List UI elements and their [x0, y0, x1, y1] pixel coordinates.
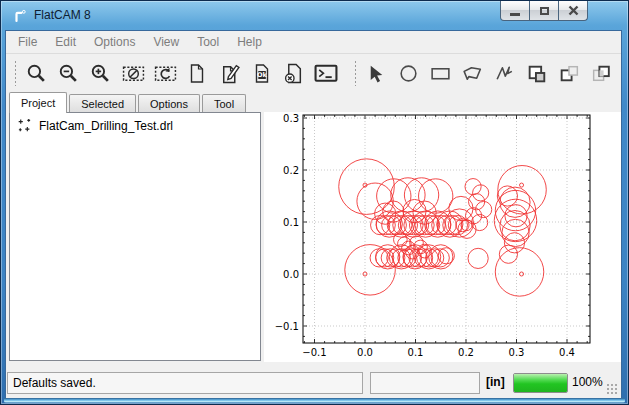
plot-canvas[interactable]: −0.10.00.10.20.30.4−0.10.00.10.20.3	[264, 112, 621, 362]
minimize-icon	[510, 5, 520, 16]
zoom-fit-icon	[26, 63, 47, 84]
svg-text:0.2: 0.2	[458, 347, 474, 358]
zoom-in-icon	[90, 63, 111, 84]
status-bar: Defaults saved. [in] 100%	[6, 369, 621, 398]
menu-item-edit[interactable]: Edit	[46, 31, 85, 54]
svg-text:0.3: 0.3	[283, 113, 299, 124]
toolbar-button-replot[interactable]	[153, 59, 178, 87]
menu-item-help[interactable]: Help	[228, 31, 271, 54]
svg-text:0.3: 0.3	[509, 347, 525, 358]
svg-text:0.2: 0.2	[283, 165, 299, 176]
close-button[interactable]	[558, 1, 588, 21]
toolbar-button-edit-object[interactable]	[217, 59, 242, 87]
status-aux-field	[370, 372, 480, 394]
units-indicator: [in]	[486, 375, 505, 389]
window-frame-bottom	[4, 398, 625, 403]
toolbar-button-zoom-out[interactable]	[56, 59, 81, 87]
toolbar-button-shell[interactable]	[314, 59, 339, 87]
menu-item-file[interactable]: File	[9, 31, 46, 54]
clear-plot-icon	[122, 63, 145, 84]
toolbar-button-delete-object[interactable]	[281, 59, 306, 87]
minimize-button[interactable]	[500, 1, 530, 21]
tab-tool[interactable]: Tool	[202, 94, 246, 114]
toolbar-button-new-project[interactable]	[185, 59, 210, 87]
toolbar-drag-handle	[14, 60, 18, 86]
toolbar-drag-handle	[354, 60, 358, 86]
svg-text:0.0: 0.0	[357, 347, 373, 358]
toolbar-button-draw-rectangle[interactable]	[428, 59, 453, 87]
toolbar-button-select-arrow[interactable]	[364, 59, 389, 87]
resize-grip-icon[interactable]	[606, 383, 618, 395]
toolbar: Ok	[6, 55, 621, 91]
tab-selected[interactable]: Selected	[69, 94, 136, 114]
status-message: Defaults saved.	[7, 372, 363, 394]
svg-text:0.1: 0.1	[408, 347, 424, 358]
toolbar-button-clear-plot[interactable]	[120, 59, 145, 87]
ok-object-icon: Ok	[252, 63, 272, 84]
drill-plot-svg: −0.10.00.10.20.30.4−0.10.00.10.20.3	[264, 112, 621, 362]
toolbar-button-draw-circle[interactable]	[396, 59, 421, 87]
shape-subtract-icon	[558, 63, 581, 84]
title-bar[interactable]: FlatCAM 8	[1, 1, 628, 30]
svg-text:Ok: Ok	[257, 71, 268, 79]
toolbar-button-zoom-in[interactable]	[88, 59, 113, 87]
shape-intersect-icon	[590, 63, 613, 84]
svg-text:0.1: 0.1	[283, 217, 299, 228]
menu-bar: FileEditOptionsViewToolHelp	[6, 31, 621, 54]
drill-marks-icon	[17, 118, 32, 133]
progress-bar-fill	[514, 374, 567, 392]
tree-item-label: FlatCam_Drilling_Test.drl	[39, 119, 173, 133]
draw-circle-icon	[398, 63, 419, 84]
tab-project[interactable]: Project	[9, 92, 67, 113]
edit-object-icon	[219, 63, 240, 84]
svg-text:0.0: 0.0	[283, 269, 299, 280]
replot-icon	[154, 63, 177, 84]
tab-options[interactable]: Options	[138, 94, 200, 114]
svg-text:0.4: 0.4	[559, 347, 575, 358]
svg-text:−0.1: −0.1	[302, 347, 326, 358]
toolbar-button-shape-union[interactable]	[525, 59, 550, 87]
new-project-icon	[187, 63, 207, 84]
project-tree-panel[interactable]: FlatCam_Drilling_Test.drl	[9, 112, 261, 361]
toolbar-button-shape-intersect[interactable]	[589, 59, 614, 87]
window-title: FlatCAM 8	[34, 1, 91, 29]
select-arrow-icon	[366, 63, 387, 84]
menu-item-view[interactable]: View	[144, 31, 188, 54]
window-controls	[501, 1, 588, 21]
toolbar-button-draw-polygon[interactable]	[460, 59, 485, 87]
shape-union-icon	[526, 63, 549, 84]
tab-bar: ProjectSelectedOptionsTool	[9, 92, 248, 113]
client-area: FileEditOptionsViewToolHelp Ok ProjectSe…	[5, 30, 622, 398]
progress-percent: 100%	[572, 375, 603, 389]
toolbar-button-draw-polyline[interactable]	[492, 59, 517, 87]
draw-polyline-icon	[494, 63, 515, 84]
flatcam-logo-icon	[12, 8, 28, 24]
shell-icon	[314, 63, 338, 84]
toolbar-button-shape-subtract[interactable]	[557, 59, 582, 87]
toolbar-button-ok-object[interactable]: Ok	[249, 59, 274, 87]
draw-rectangle-icon	[429, 63, 452, 84]
toolbar-button-zoom-fit[interactable]	[24, 59, 49, 87]
draw-polygon-icon	[461, 63, 484, 84]
maximize-icon	[540, 7, 549, 15]
close-icon	[568, 2, 579, 20]
flatcam-window: FlatCAM 8 FileEditOptionsViewToolHelp Ok…	[0, 0, 629, 405]
tree-item[interactable]: FlatCam_Drilling_Test.drl	[10, 113, 260, 135]
menu-item-options[interactable]: Options	[85, 31, 144, 54]
menu-item-tool[interactable]: Tool	[188, 31, 228, 54]
maximize-button[interactable]	[529, 1, 559, 21]
svg-text:−0.1: −0.1	[275, 321, 299, 332]
progress-bar	[513, 373, 568, 393]
zoom-out-icon	[58, 63, 79, 84]
delete-object-icon	[283, 63, 304, 84]
